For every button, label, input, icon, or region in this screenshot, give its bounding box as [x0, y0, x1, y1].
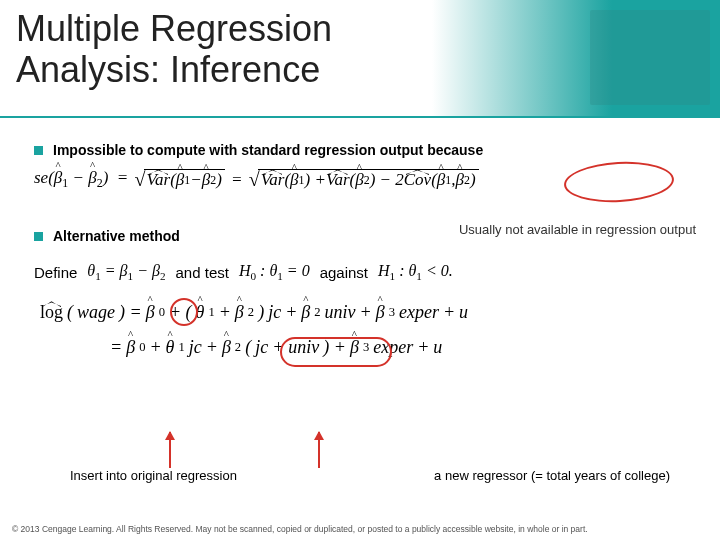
arrow-to-theta [169, 432, 171, 468]
red-circle-theta [170, 298, 198, 326]
annotation-cov: Usually not available in regression outp… [459, 222, 696, 237]
regression-equations: log(wage) = β0 + (θ1 + β2)jc + β2univ + … [40, 302, 696, 358]
se-formula: se(β1 − β2) = Var(β1 − β2) = Var(β1) + V… [34, 168, 696, 204]
eqn-line-1: log(wage) = β0 + (θ1 + β2)jc + β2univ + … [40, 302, 696, 323]
copyright-footer: © 2013 Cengage Learning. All Rights Rese… [0, 524, 720, 534]
slide-title: Multiple Regression Analysis: Inference [0, 0, 720, 91]
callout-regressor: a new regressor (= total years of colleg… [434, 468, 670, 483]
word-and-test: and test [176, 264, 229, 281]
callout-insert: Insert into original regression [70, 468, 237, 483]
define-row: Define θ1 = β1 − β2 and test H0 : θ1 = 0… [34, 262, 696, 282]
bullet-2: Alternative method [34, 228, 180, 244]
theta-def: θ1 = β1 − β2 [87, 262, 165, 282]
slide-header: Multiple Regression Analysis: Inference [0, 0, 720, 118]
bullet-icon [34, 146, 43, 155]
bullet-2-text: Alternative method [53, 228, 180, 244]
slide-body: Impossible to compute with standard regr… [0, 118, 720, 358]
red-circle-cov [563, 159, 675, 205]
bullet-2-row: Alternative method Usually not available… [34, 222, 696, 244]
bullet-icon [34, 232, 43, 241]
h0: H0 : θ1 = 0 [239, 262, 310, 282]
h1: H1 : θ1 < 0. [378, 262, 453, 282]
arrow-to-regressor [318, 432, 320, 468]
bullet-1-text: Impossible to compute with standard regr… [53, 142, 483, 158]
word-against: against [320, 264, 368, 281]
title-line-2: Analysis: Inference [16, 49, 320, 90]
bullet-1: Impossible to compute with standard regr… [34, 142, 696, 158]
title-line-1: Multiple Regression [16, 8, 332, 49]
callout-row: Insert into original regression a new re… [70, 468, 670, 483]
word-define: Define [34, 264, 77, 281]
red-circle-regressor [280, 337, 392, 367]
